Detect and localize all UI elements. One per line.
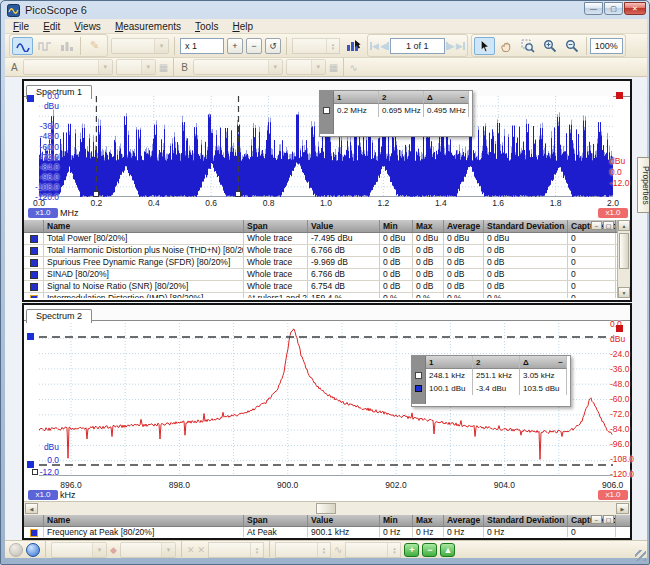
samples-spinner[interactable]: ▴▾ (292, 38, 340, 54)
ruler-legend-col-header: 2 (473, 356, 520, 369)
zoom-level-box[interactable]: 100% (590, 38, 623, 54)
legend-collapse-icon[interactable]: − (558, 356, 563, 369)
rising-edge-icon[interactable]: ✕ (187, 545, 195, 555)
spectrum1-x-multiplier-badge[interactable]: x1.0 (28, 208, 58, 218)
trigger-marker-icon[interactable]: ◆ (110, 545, 117, 555)
spectrum1-x-multiplier-badge-right[interactable]: x1.0 (598, 208, 628, 218)
channel-a-options-icon[interactable]: ▦ (159, 62, 168, 73)
measurement-row[interactable]: Total Power [80/20%]Whole trace-7.495 dB… (24, 233, 630, 245)
menu-measurements[interactable]: Measurements (115, 21, 181, 32)
spectrum2-channel-b-axis-handle[interactable] (616, 325, 623, 332)
auto-setup-button[interactable]: ▲ (440, 543, 455, 557)
tab-spectrum2[interactable]: Spectrum 2 (26, 309, 92, 323)
ruler-legend-row[interactable]: 0.2 MHz0.695 MHz0.495 MHz (320, 104, 472, 117)
ruler-handle-icon[interactable] (323, 107, 330, 114)
persistence-view-button[interactable] (34, 37, 55, 55)
spectrum2-x-multiplier-badge-right[interactable]: x1.0 (598, 490, 628, 500)
scroll-left-icon[interactable]: ◀ (25, 503, 38, 514)
trigger-level-spinner[interactable]: ▴▾ (208, 542, 264, 558)
legend-collapse-icon[interactable]: − (460, 91, 465, 104)
scope-view-button[interactable] (12, 37, 33, 55)
zoom-in-step-button[interactable]: + (227, 38, 243, 54)
last-page-button[interactable]: ▶ (456, 41, 465, 51)
spectrum-view-button[interactable] (56, 37, 77, 55)
zoom-in-tool-button[interactable] (540, 37, 561, 55)
spectrum2-axis-drag-handle[interactable] (32, 469, 38, 475)
falling-edge-icon[interactable]: ✕ (197, 545, 205, 555)
pre-trigger-spinner[interactable]: ▴▾ (275, 542, 331, 558)
measurement-row[interactable]: Total Harmonic Distortion plus Noise (TH… (24, 245, 630, 257)
measurement-row[interactable]: Frequency at Peak [80/20%]At Peak900.1 k… (24, 527, 630, 537)
scrollbar-thumb[interactable] (619, 233, 629, 269)
post-trigger-spinner[interactable]: ▴▾ (345, 542, 401, 558)
menu-tools[interactable]: Tools (195, 21, 218, 32)
remove-view-button[interactable]: − (422, 543, 437, 557)
math-channel-icon[interactable]: ∿ (349, 62, 357, 73)
menu-file[interactable]: File (13, 21, 29, 32)
measurement-row[interactable]: Spurious Free Dynamic Range (SFDR) [80/2… (24, 257, 630, 269)
title-bar[interactable]: PicoScope 6 — ▢ ✕ (1, 1, 649, 19)
close-button[interactable]: ✕ (624, 2, 646, 15)
scroll-right-icon[interactable]: ▶ (616, 503, 629, 514)
resize-grip[interactable] (635, 550, 646, 561)
select-tool-button[interactable] (474, 37, 495, 55)
zoom-reset-button[interactable]: ↺ (265, 38, 281, 54)
view-select-combo[interactable]: ▾ (111, 38, 169, 54)
spectrum2-ruler1-handle[interactable] (27, 333, 34, 340)
spectrum2-hscrollbar[interactable]: ◀ ▶ (24, 501, 630, 515)
page-indicator[interactable]: 1 of 1 (390, 38, 445, 54)
tab-properties[interactable]: Properties (637, 157, 650, 213)
ruler-legend-row[interactable]: 100.1 dBu-3.4 dBu103.5 dBu (412, 382, 570, 395)
add-view-button[interactable]: + (404, 543, 419, 557)
spinner-down-icon[interactable]: ▾ (332, 46, 335, 50)
spectrum2-x-multiplier-badge[interactable]: x1.0 (28, 490, 58, 500)
maximize-button[interactable]: ▢ (604, 2, 623, 15)
table-restore-icon[interactable]: ▢ (603, 515, 614, 524)
measurements-button[interactable] (343, 37, 364, 55)
table-restore-icon[interactable]: ▢ (603, 221, 614, 230)
ruler-legend-row[interactable]: 248.1 kHz251.1 kHz3.05 kHz (412, 369, 570, 382)
spectrum1-channel-b-axis-handle[interactable] (616, 92, 623, 99)
run-indicator-icon[interactable] (26, 543, 40, 557)
trigger-source-combo[interactable]: ▾ (120, 542, 176, 558)
channel-b-coupling-combo[interactable]: ▾ (286, 59, 326, 75)
spectrum1-ruler1-handle[interactable] (93, 191, 99, 197)
menu-help[interactable]: Help (232, 21, 253, 32)
prev-page-button[interactable]: ◀ (380, 41, 389, 51)
first-page-button[interactable]: ◀ (370, 41, 379, 51)
table-minimize-icon[interactable]: − (591, 515, 602, 524)
axis-tick-label: 1.4 (421, 198, 461, 208)
zoom-out-tool-button[interactable] (562, 37, 583, 55)
minimize-button[interactable]: — (584, 2, 603, 15)
spectrum1-channel-a-axis-handle[interactable] (27, 95, 34, 102)
spectrum1-ruler-legend[interactable]: 12Δ−0.2 MHz0.695 MHz0.495 MHz (319, 90, 473, 137)
hscrollbar-thumb[interactable] (316, 503, 336, 514)
measurement-row[interactable]: SINAD [80/20%]Whole trace6.766 dB0 dB0 d… (24, 269, 630, 281)
channel-a-range-combo[interactable]: ▾ (23, 59, 113, 75)
marquee-zoom-button[interactable] (518, 37, 539, 55)
edit-button[interactable]: ✎ (84, 37, 105, 55)
measurement-row[interactable]: Intermodulation Distortion (IMD) [80/20%… (24, 293, 630, 298)
zoom-factor-box[interactable]: x 1 (180, 38, 224, 54)
spectrum2-ruler-legend[interactable]: 12Δ−248.1 kHz251.1 kHz3.05 kHz100.1 dBu-… (411, 355, 571, 407)
trigger-mode-combo[interactable]: ▾ (51, 542, 107, 558)
channel-b-range-combo[interactable]: ▾ (193, 59, 283, 75)
scroll-down-icon[interactable]: ▼ (618, 287, 630, 298)
table-minimize-icon[interactable]: − (591, 221, 602, 230)
menu-edit[interactable]: Edit (43, 21, 60, 32)
spectrum1-table-scrollbar[interactable]: ▲ ▼ (617, 220, 630, 298)
zoom-out-step-button[interactable]: − (246, 38, 262, 54)
scroll-up-icon[interactable]: ▲ (618, 220, 630, 231)
channel-b-options-icon[interactable]: ▦ (329, 62, 338, 73)
pan-tool-button[interactable] (496, 37, 517, 55)
next-page-button[interactable]: ▶ (446, 41, 455, 51)
ruler-handle-icon[interactable] (415, 385, 422, 392)
spectrum2-ruler2-handle[interactable] (27, 461, 34, 468)
stop-indicator-icon[interactable] (9, 543, 23, 557)
pulse-width-icon[interactable]: ∿ (334, 544, 342, 555)
ruler-handle-icon[interactable] (415, 372, 422, 379)
spectrum1-ruler2-handle[interactable] (235, 191, 241, 197)
channel-a-coupling-combo[interactable]: ▾ (116, 59, 156, 75)
menu-views[interactable]: Views (74, 21, 101, 32)
measurement-row[interactable]: Signal to Noise Ratio (SNR) [80/20%]Whol… (24, 281, 630, 293)
